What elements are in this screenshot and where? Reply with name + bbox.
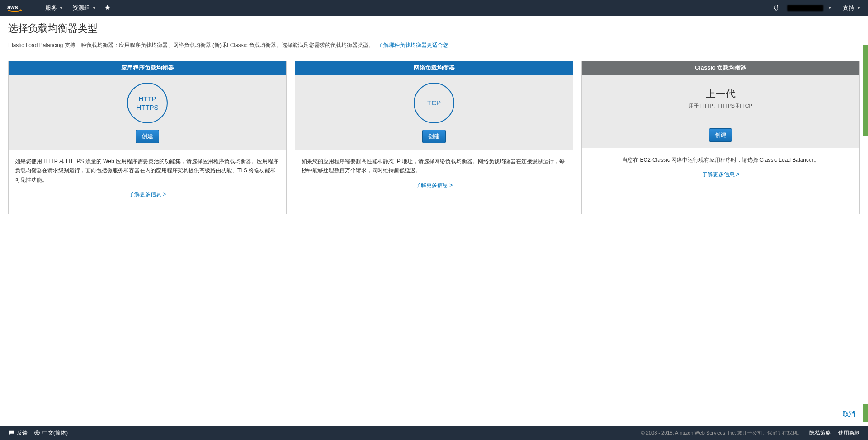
pin-icon[interactable] <box>104 5 111 12</box>
page-description-text: Elastic Load Balancing 支持三种负载均衡器：应用程序负载均… <box>8 42 374 48</box>
card-body-text: 如果您使用 HTTP 和 HTTPS 流量的 Web 应用程序需要灵活的功能集，… <box>15 158 278 183</box>
card-network-lb: 网络负载均衡器 TCP 创建 如果您的应用程序需要超高性能和静态 IP 地址，请… <box>295 61 573 214</box>
card-top-clb: 上一代 用于 HTTP、HTTPS 和 TCP 创建 <box>582 75 859 148</box>
nav-services-label: 服务 <box>45 4 57 12</box>
caret-down-icon: ▼ <box>92 6 96 10</box>
caret-down-icon: ▼ <box>59 6 63 10</box>
nav-right: ▼ 支持 ▼ <box>773 0 861 16</box>
nav-resource-groups[interactable]: 资源组 ▼ <box>68 0 101 16</box>
caret-down-icon: ▼ <box>857 6 861 10</box>
learn-more-clb[interactable]: 了解更多信息 > <box>588 170 853 179</box>
main-content: 选择负载均衡器类型 Elastic Load Balancing 支持三种负载均… <box>0 16 868 241</box>
protocol-line: TCP <box>427 98 441 108</box>
account-menu[interactable] <box>787 5 823 11</box>
svg-text:aws: aws <box>7 4 18 10</box>
nav-services[interactable]: 服务 ▼ <box>41 0 68 16</box>
card-header-clb: Classic 负载均衡器 <box>582 61 859 75</box>
top-nav: aws 服务 ▼ 资源组 ▼ ▼ 支持 ▼ <box>0 0 868 16</box>
protocol-line: HTTPS <box>136 103 158 112</box>
card-classic-lb: Classic 负载均衡器 上一代 用于 HTTP、HTTPS 和 TCP 创建… <box>581 61 860 214</box>
lb-cards: 应用程序负载均衡器 HTTP HTTPS 创建 如果您使用 HTTP 和 HTT… <box>8 61 860 214</box>
card-top-alb: HTTP HTTPS 创建 <box>9 75 286 150</box>
create-nlb-button[interactable]: 创建 <box>422 130 446 143</box>
nav-resource-groups-label: 资源组 <box>72 4 90 12</box>
card-body-clb: 当您在 EC2-Classic 网络中运行现有应用程序时，请选择 Classic… <box>582 148 859 187</box>
nav-support[interactable]: 支持 ▼ <box>838 0 861 16</box>
protocol-line: HTTP <box>138 94 156 103</box>
protocol-circle-nlb: TCP <box>414 83 454 123</box>
caret-down-icon: ▼ <box>828 6 832 10</box>
card-header-alb: 应用程序负载均衡器 <box>9 61 286 75</box>
card-body-text: 当您在 EC2-Classic 网络中运行现有应用程序时，请选择 Classic… <box>622 157 819 163</box>
page-description: Elastic Load Balancing 支持三种负载均衡器：应用程序负载均… <box>8 37 860 54</box>
aws-logo[interactable]: aws <box>7 4 30 13</box>
card-body-text: 如果您的应用程序需要超高性能和静态 IP 地址，请选择网络负载均衡器。网络负载均… <box>302 158 565 173</box>
card-body-alb: 如果您使用 HTTP 和 HTTPS 流量的 Web 应用程序需要灵活的功能集，… <box>9 150 286 206</box>
prev-gen-title: 上一代 <box>689 87 752 101</box>
prev-gen-block: 上一代 用于 HTTP、HTTPS 和 TCP <box>689 83 752 122</box>
learn-more-nlb[interactable]: 了解更多信息 > <box>302 181 566 190</box>
scrollbar-marker <box>863 45 868 136</box>
notifications-icon[interactable] <box>773 4 780 13</box>
card-application-lb: 应用程序负载均衡器 HTTP HTTPS 创建 如果您使用 HTTP 和 HTT… <box>8 61 287 214</box>
learn-which-lb-link[interactable]: 了解哪种负载均衡器更适合您 <box>378 42 448 48</box>
learn-more-alb[interactable]: 了解更多信息 > <box>15 190 280 199</box>
card-body-nlb: 如果您的应用程序需要超高性能和静态 IP 地址，请选择网络负载均衡器。网络负载均… <box>295 150 573 197</box>
nav-support-label: 支持 <box>843 4 854 12</box>
protocol-circle-alb: HTTP HTTPS <box>127 83 168 123</box>
page-title: 选择负载均衡器类型 <box>8 22 860 35</box>
prev-gen-subtitle: 用于 HTTP、HTTPS 和 TCP <box>689 103 752 109</box>
card-header-nlb: 网络负载均衡器 <box>295 61 573 75</box>
card-top-nlb: TCP 创建 <box>295 75 573 150</box>
create-alb-button[interactable]: 创建 <box>136 130 159 143</box>
create-clb-button[interactable]: 创建 <box>709 128 732 142</box>
